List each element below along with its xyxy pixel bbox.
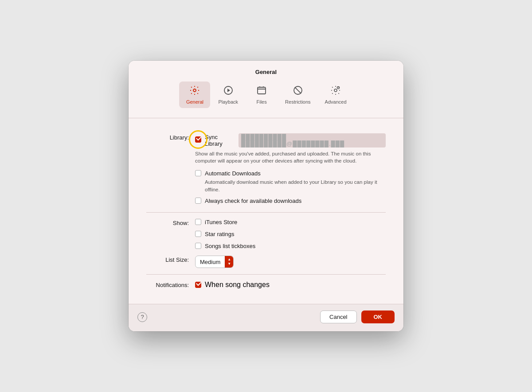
notifications-row: Notifications: When song changes: [146, 281, 386, 289]
notifications-label: Notifications:: [146, 281, 195, 288]
library-label: Library:: [146, 133, 195, 141]
always-check-label: Always check for available downloads: [205, 198, 301, 204]
svg-line-5: [295, 87, 301, 93]
tab-restrictions[interactable]: Restrictions: [279, 82, 317, 108]
sync-library-label: Sync Library: [205, 134, 235, 147]
library-controls: Sync Library ██████████ ██████████@█████…: [195, 133, 386, 206]
auto-downloads-description: Automatically download music when added …: [195, 179, 386, 193]
notifications-section: Notifications: When song changes: [146, 275, 386, 295]
cancel-button[interactable]: Cancel: [320, 310, 356, 323]
show-row: Show: iTunes Store Star ratings Songs li…: [146, 219, 386, 251]
svg-rect-3: [258, 87, 266, 94]
itunes-store-label: iTunes Store: [205, 219, 237, 225]
sync-library-checkbox-wrapper: [195, 136, 201, 144]
ok-button[interactable]: OK: [361, 310, 395, 323]
svg-point-0: [193, 89, 196, 92]
title-bar: General General Pl: [129, 61, 403, 118]
general-icon: [189, 85, 200, 97]
star-ratings-row: Star ratings: [195, 231, 386, 237]
arrow-up-icon: ▲: [227, 258, 231, 261]
restrictions-icon: [293, 85, 303, 97]
arrow-down-icon: ▼: [227, 262, 231, 266]
tabs-bar: General Playback: [137, 82, 395, 113]
show-controls: iTunes Store Star ratings Songs list tic…: [195, 219, 386, 251]
list-size-label: List Size:: [146, 256, 195, 263]
when-song-changes-row: When song changes: [195, 281, 386, 289]
list-size-row: List Size: Medium ▲ ▼: [146, 256, 386, 268]
files-icon: [256, 85, 267, 97]
dialog-footer: ? Cancel OK: [129, 304, 403, 331]
svg-point-6: [334, 89, 337, 92]
svg-marker-2: [227, 89, 230, 92]
auto-downloads-row: Automatic Downloads: [195, 170, 386, 177]
songs-list-label: Songs list tickboxes: [205, 243, 255, 249]
tab-playback-label: Playback: [218, 99, 238, 105]
auto-downloads-container: Automatic Downloads Automatically downlo…: [195, 170, 386, 193]
advanced-icon: [330, 85, 341, 97]
star-ratings-label: Star ratings: [205, 231, 234, 237]
always-check-checkbox[interactable]: [195, 198, 201, 204]
sync-email: ██████████ ██████████@████████.███: [239, 133, 386, 147]
list-size-select-container: Medium ▲ ▼: [195, 256, 234, 268]
tab-files-label: Files: [256, 99, 266, 105]
when-song-changes-checkbox[interactable]: [195, 282, 201, 288]
sync-library-row: Library: Sync Library ██████████ ███████…: [146, 133, 386, 206]
auto-downloads-label: Automatic Downloads: [205, 170, 261, 177]
auto-downloads-checkbox[interactable]: [195, 170, 201, 176]
content-area: Library: Sync Library ██████████ ███████…: [129, 118, 403, 304]
songs-list-row: Songs list tickboxes: [195, 243, 386, 249]
songs-list-checkbox[interactable]: [195, 243, 201, 249]
itunes-store-row: iTunes Store: [195, 219, 386, 225]
notifications-control: When song changes: [195, 281, 386, 289]
help-label: ?: [141, 314, 144, 320]
show-label: Show:: [146, 219, 195, 226]
tab-advanced-label: Advanced: [325, 99, 347, 105]
help-button[interactable]: ?: [137, 312, 147, 322]
list-size-arrows[interactable]: ▲ ▼: [225, 256, 233, 268]
tab-advanced[interactable]: Advanced: [319, 82, 353, 108]
list-size-value: Medium: [196, 257, 225, 267]
sync-library-description: Show all the music you've added, purchas…: [195, 150, 386, 165]
list-size-control: Medium ▲ ▼: [195, 256, 386, 268]
footer-buttons: Cancel OK: [320, 310, 395, 323]
show-section: Show: iTunes Store Star ratings Songs li…: [146, 213, 386, 275]
svg-point-7: [337, 86, 340, 89]
tab-general-label: General: [186, 99, 203, 105]
preferences-dialog: General General Pl: [129, 61, 403, 332]
playback-icon: [223, 85, 234, 97]
tab-playback[interactable]: Playback: [212, 82, 244, 108]
itunes-store-checkbox[interactable]: [195, 219, 201, 225]
tab-files[interactable]: Files: [246, 82, 277, 108]
when-song-changes-label: When song changes: [205, 281, 270, 289]
tab-restrictions-label: Restrictions: [285, 99, 310, 105]
tab-general[interactable]: General: [179, 82, 210, 108]
dialog-title: General: [137, 69, 395, 75]
always-check-row: Always check for available downloads: [195, 198, 386, 204]
library-section: Library: Sync Library ██████████ ███████…: [146, 127, 386, 213]
sync-row: Sync Library ██████████ ██████████@█████…: [195, 133, 386, 147]
always-check-container: Always check for available downloads: [195, 198, 386, 204]
star-ratings-checkbox[interactable]: [195, 231, 201, 237]
sync-library-checkbox[interactable]: [195, 136, 201, 143]
